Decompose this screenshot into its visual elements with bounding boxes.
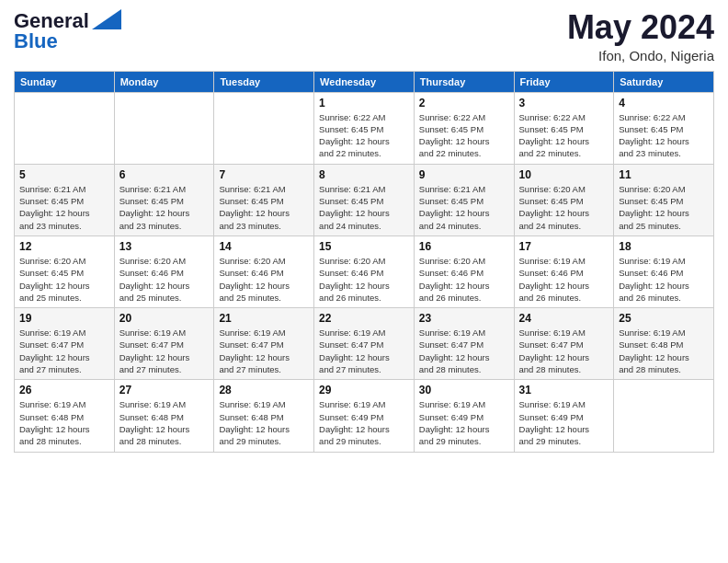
day-cell: 27Sunrise: 6:19 AM Sunset: 6:48 PM Dayli… [114, 380, 214, 452]
day-number: 28 [219, 384, 309, 396]
day-info: Sunrise: 6:19 AM Sunset: 6:48 PM Dayligh… [19, 398, 109, 447]
weekday-header-friday: Friday [514, 71, 614, 92]
day-cell: 18Sunrise: 6:19 AM Sunset: 6:46 PM Dayli… [614, 236, 714, 307]
day-info: Sunrise: 6:22 AM Sunset: 6:45 PM Dayligh… [319, 111, 409, 160]
day-number: 7 [219, 168, 309, 181]
location: Ifon, Ondo, Nigeria [567, 48, 714, 63]
weekday-header-tuesday: Tuesday [214, 71, 314, 92]
day-number: 15 [319, 240, 409, 253]
day-info: Sunrise: 6:19 AM Sunset: 6:48 PM Dayligh… [219, 398, 309, 447]
day-cell: 16Sunrise: 6:20 AM Sunset: 6:46 PM Dayli… [414, 236, 514, 307]
day-cell: 22Sunrise: 6:19 AM Sunset: 6:47 PM Dayli… [314, 308, 415, 380]
weekday-header-saturday: Saturday [614, 71, 714, 92]
day-info: Sunrise: 6:21 AM Sunset: 6:45 PM Dayligh… [319, 183, 409, 232]
weekday-header-sunday: Sunday [15, 71, 115, 92]
day-cell [614, 380, 714, 452]
logo-blue: Blue [14, 29, 58, 53]
day-cell: 28Sunrise: 6:19 AM Sunset: 6:48 PM Dayli… [214, 380, 314, 452]
calendar-table: SundayMondayTuesdayWednesdayThursdayFrid… [14, 71, 714, 453]
day-cell: 17Sunrise: 6:19 AM Sunset: 6:46 PM Dayli… [514, 236, 614, 307]
day-cell: 20Sunrise: 6:19 AM Sunset: 6:47 PM Dayli… [114, 308, 214, 380]
day-number: 3 [519, 97, 609, 109]
day-cell [15, 92, 115, 164]
day-info: Sunrise: 6:20 AM Sunset: 6:46 PM Dayligh… [319, 255, 409, 304]
day-cell: 31Sunrise: 6:19 AM Sunset: 6:49 PM Dayli… [514, 380, 614, 452]
day-cell: 21Sunrise: 6:19 AM Sunset: 6:47 PM Dayli… [214, 308, 314, 380]
day-info: Sunrise: 6:21 AM Sunset: 6:45 PM Dayligh… [419, 183, 509, 232]
day-number: 22 [319, 312, 409, 325]
day-number: 12 [19, 240, 109, 253]
logo: General Blue [14, 9, 121, 53]
day-cell: 10Sunrise: 6:20 AM Sunset: 6:45 PM Dayli… [514, 164, 614, 236]
weekday-header-wednesday: Wednesday [314, 71, 415, 92]
day-number: 4 [619, 97, 709, 109]
title-block: May 2024 Ifon, Ondo, Nigeria [567, 9, 714, 63]
page: General Blue May 2024 Ifon, Ondo, Nigeri… [0, 0, 728, 563]
day-info: Sunrise: 6:19 AM Sunset: 6:47 PM Dayligh… [19, 327, 109, 375]
day-number: 24 [519, 312, 609, 325]
day-cell: 9Sunrise: 6:21 AM Sunset: 6:45 PM Daylig… [414, 164, 514, 236]
week-row-2: 5Sunrise: 6:21 AM Sunset: 6:45 PM Daylig… [15, 164, 714, 236]
day-cell: 24Sunrise: 6:19 AM Sunset: 6:47 PM Dayli… [514, 308, 614, 380]
day-info: Sunrise: 6:19 AM Sunset: 6:46 PM Dayligh… [519, 255, 609, 304]
day-cell: 25Sunrise: 6:19 AM Sunset: 6:48 PM Dayli… [614, 308, 714, 380]
day-info: Sunrise: 6:22 AM Sunset: 6:45 PM Dayligh… [519, 111, 609, 160]
day-number: 1 [319, 97, 409, 109]
week-row-5: 26Sunrise: 6:19 AM Sunset: 6:48 PM Dayli… [15, 380, 714, 452]
day-info: Sunrise: 6:21 AM Sunset: 6:45 PM Dayligh… [19, 183, 109, 232]
svg-marker-0 [92, 9, 121, 29]
day-info: Sunrise: 6:19 AM Sunset: 6:46 PM Dayligh… [619, 255, 709, 304]
day-info: Sunrise: 6:19 AM Sunset: 6:48 PM Dayligh… [619, 327, 709, 375]
day-number: 14 [219, 240, 309, 253]
day-info: Sunrise: 6:19 AM Sunset: 6:49 PM Dayligh… [419, 398, 509, 447]
day-info: Sunrise: 6:20 AM Sunset: 6:46 PM Dayligh… [419, 255, 509, 304]
day-number: 18 [619, 240, 709, 253]
day-cell: 7Sunrise: 6:21 AM Sunset: 6:45 PM Daylig… [214, 164, 314, 236]
day-number: 17 [519, 240, 609, 253]
day-cell: 3Sunrise: 6:22 AM Sunset: 6:45 PM Daylig… [514, 92, 614, 164]
weekday-header-row: SundayMondayTuesdayWednesdayThursdayFrid… [15, 71, 714, 92]
day-number: 31 [519, 384, 609, 396]
day-info: Sunrise: 6:19 AM Sunset: 6:47 PM Dayligh… [319, 327, 409, 375]
day-cell: 5Sunrise: 6:21 AM Sunset: 6:45 PM Daylig… [15, 164, 115, 236]
day-info: Sunrise: 6:21 AM Sunset: 6:45 PM Dayligh… [119, 183, 210, 232]
day-number: 19 [19, 312, 109, 325]
day-info: Sunrise: 6:19 AM Sunset: 6:47 PM Dayligh… [419, 327, 509, 375]
day-number: 6 [119, 168, 210, 181]
day-info: Sunrise: 6:21 AM Sunset: 6:45 PM Dayligh… [219, 183, 309, 232]
day-info: Sunrise: 6:19 AM Sunset: 6:48 PM Dayligh… [119, 398, 210, 447]
day-info: Sunrise: 6:20 AM Sunset: 6:45 PM Dayligh… [519, 183, 609, 232]
logo-icon [92, 9, 121, 29]
day-cell [114, 92, 214, 164]
day-number: 21 [219, 312, 309, 325]
day-number: 8 [319, 168, 409, 181]
week-row-1: 1Sunrise: 6:22 AM Sunset: 6:45 PM Daylig… [15, 92, 714, 164]
day-number: 20 [119, 312, 210, 325]
day-number: 29 [319, 384, 409, 396]
day-info: Sunrise: 6:22 AM Sunset: 6:45 PM Dayligh… [619, 111, 709, 160]
day-number: 10 [519, 168, 609, 181]
day-cell: 23Sunrise: 6:19 AM Sunset: 6:47 PM Dayli… [414, 308, 514, 380]
day-number: 23 [419, 312, 509, 325]
day-info: Sunrise: 6:20 AM Sunset: 6:45 PM Dayligh… [619, 183, 709, 232]
week-row-4: 19Sunrise: 6:19 AM Sunset: 6:47 PM Dayli… [15, 308, 714, 380]
day-info: Sunrise: 6:19 AM Sunset: 6:49 PM Dayligh… [519, 398, 609, 447]
day-cell: 19Sunrise: 6:19 AM Sunset: 6:47 PM Dayli… [15, 308, 115, 380]
day-info: Sunrise: 6:20 AM Sunset: 6:45 PM Dayligh… [19, 255, 109, 304]
day-number: 25 [619, 312, 709, 325]
day-number: 16 [419, 240, 509, 253]
day-number: 13 [119, 240, 210, 253]
day-info: Sunrise: 6:19 AM Sunset: 6:49 PM Dayligh… [319, 398, 409, 447]
day-cell: 30Sunrise: 6:19 AM Sunset: 6:49 PM Dayli… [414, 380, 514, 452]
day-info: Sunrise: 6:22 AM Sunset: 6:45 PM Dayligh… [419, 111, 509, 160]
day-cell: 13Sunrise: 6:20 AM Sunset: 6:46 PM Dayli… [114, 236, 214, 307]
day-cell: 12Sunrise: 6:20 AM Sunset: 6:45 PM Dayli… [15, 236, 115, 307]
day-number: 11 [619, 168, 709, 181]
weekday-header-thursday: Thursday [414, 71, 514, 92]
day-cell: 1Sunrise: 6:22 AM Sunset: 6:45 PM Daylig… [314, 92, 415, 164]
week-row-3: 12Sunrise: 6:20 AM Sunset: 6:45 PM Dayli… [15, 236, 714, 307]
day-cell: 8Sunrise: 6:21 AM Sunset: 6:45 PM Daylig… [314, 164, 415, 236]
day-number: 5 [19, 168, 109, 181]
day-cell [214, 92, 314, 164]
day-cell: 4Sunrise: 6:22 AM Sunset: 6:45 PM Daylig… [614, 92, 714, 164]
